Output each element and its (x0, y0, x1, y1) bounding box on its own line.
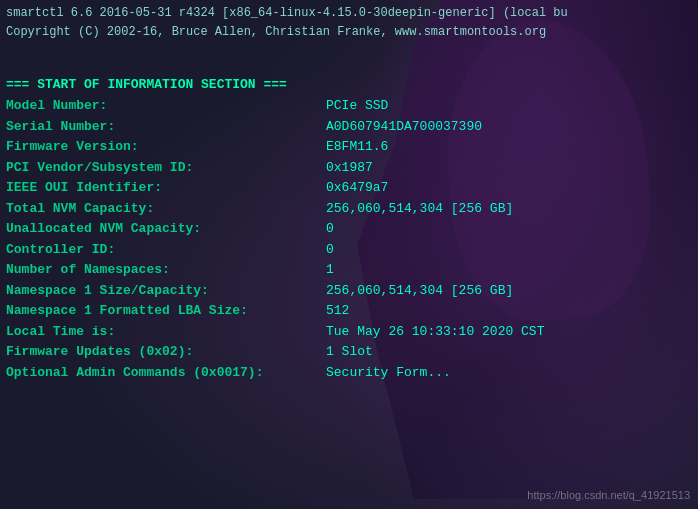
row-label: Unallocated NVM Capacity: (6, 219, 326, 240)
table-row: Optional Admin Commands (0x0017):Securit… (6, 363, 692, 384)
table-row: Total NVM Capacity:256,060,514,304 [256 … (6, 199, 692, 220)
watermark: https://blog.csdn.net/q_41921513 (527, 489, 690, 501)
copyright-text: Copyright (C) 2002-16, Bruce Allen, Chri… (6, 23, 546, 42)
table-row: Controller ID:0 (6, 240, 692, 261)
row-value: 256,060,514,304 [256 GB] (326, 281, 513, 302)
table-row: Unallocated NVM Capacity:0 (6, 219, 692, 240)
terminal-output: smartctl 6.6 2016-05-31 r4324 [x86_64-li… (0, 0, 698, 387)
row-label: Namespace 1 Formatted LBA Size: (6, 301, 326, 322)
row-value: 0x6479a7 (326, 178, 388, 199)
row-label: Optional Admin Commands (0x0017): (6, 363, 326, 384)
blank-line (6, 50, 692, 71)
table-row: Serial Number:A0D607941DA700037390 (6, 117, 692, 138)
row-value: 512 (326, 301, 349, 322)
row-value: 256,060,514,304 [256 GB] (326, 199, 513, 220)
table-row: Model Number:PCIe SSD (6, 96, 692, 117)
row-value: PCIe SSD (326, 96, 388, 117)
table-row: Number of Namespaces:1 (6, 260, 692, 281)
row-value: 0x1987 (326, 158, 373, 179)
row-label: Total NVM Capacity: (6, 199, 326, 220)
row-label: PCI Vendor/Subsystem ID: (6, 158, 326, 179)
table-row: Local Time is:Tue May 26 10:33:10 2020 C… (6, 322, 692, 343)
smartctl-version: smartctl 6.6 2016-05-31 r4324 [x86_64-li… (6, 4, 568, 23)
header-line-1: smartctl 6.6 2016-05-31 r4324 [x86_64-li… (6, 4, 692, 23)
table-row: IEEE OUI Identifier:0x6479a7 (6, 178, 692, 199)
section-header: === START OF INFORMATION SECTION === (6, 75, 692, 96)
row-label: Local Time is: (6, 322, 326, 343)
table-row: Firmware Updates (0x02):1 Slot (6, 342, 692, 363)
table-row: Namespace 1 Formatted LBA Size:512 (6, 301, 692, 322)
row-label: Model Number: (6, 96, 326, 117)
row-label: Firmware Version: (6, 137, 326, 158)
table-row: Firmware Version:E8FM11.6 (6, 137, 692, 158)
info-table: Model Number:PCIe SSDSerial Number:A0D60… (6, 96, 692, 383)
table-row: Namespace 1 Size/Capacity:256,060,514,30… (6, 281, 692, 302)
row-value: Tue May 26 10:33:10 2020 CST (326, 322, 544, 343)
row-value: 0 (326, 240, 334, 261)
row-value: E8FM11.6 (326, 137, 388, 158)
table-row: PCI Vendor/Subsystem ID:0x1987 (6, 158, 692, 179)
row-label: Number of Namespaces: (6, 260, 326, 281)
row-label: Firmware Updates (0x02): (6, 342, 326, 363)
header-line-2: Copyright (C) 2002-16, Bruce Allen, Chri… (6, 23, 692, 42)
row-value: A0D607941DA700037390 (326, 117, 482, 138)
row-value: 0 (326, 219, 334, 240)
row-label: IEEE OUI Identifier: (6, 178, 326, 199)
row-value: 1 (326, 260, 334, 281)
row-label: Controller ID: (6, 240, 326, 261)
row-label: Serial Number: (6, 117, 326, 138)
row-value: 1 Slot (326, 342, 373, 363)
row-label: Namespace 1 Size/Capacity: (6, 281, 326, 302)
row-value: Security Form... (326, 363, 451, 384)
